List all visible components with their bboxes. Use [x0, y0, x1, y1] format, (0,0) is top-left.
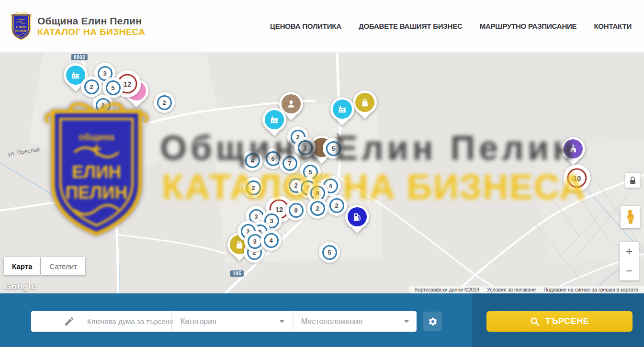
search-button-label: ТЪРСЕНЕ: [545, 316, 589, 326]
cluster-marker[interactable]: 2: [81, 76, 102, 97]
church-pin-marker[interactable]: [561, 137, 585, 161]
category-select-label: Категория: [181, 317, 216, 326]
attribution-report-error-link[interactable]: Подаване на сигнал за грешка в картата: [540, 287, 642, 292]
factory-pin-marker[interactable]: [330, 97, 354, 121]
municipality-crest-icon: [10, 12, 33, 41]
cluster-marker[interactable]: 5: [319, 242, 340, 263]
cluster-marker[interactable]: 4: [242, 150, 263, 171]
road-shield: 6002: [71, 54, 88, 60]
map-attribution: Картографски данни ©2019 Условия за полз…: [409, 286, 644, 293]
gear-icon: [428, 317, 438, 326]
cluster-marker[interactable]: 5: [323, 138, 344, 159]
cluster-marker[interactable]: 8: [285, 200, 306, 221]
location-select[interactable]: Местоположение: [293, 311, 417, 332]
cluster-marker[interactable]: 2: [154, 92, 175, 113]
zoom-control: + −: [620, 242, 639, 280]
fuel-pin-marker[interactable]: [345, 205, 369, 229]
advanced-settings-button[interactable]: [423, 312, 442, 331]
chevron-down-icon: [404, 320, 409, 323]
cluster-marker[interactable]: 4: [260, 230, 282, 251]
cluster-marker[interactable]: 2: [243, 177, 264, 198]
lock-button[interactable]: [625, 173, 640, 188]
zoom-out-button[interactable]: −: [620, 261, 639, 280]
cluster-marker[interactable]: 2: [92, 95, 113, 116]
category-select[interactable]: Категория: [171, 311, 293, 332]
site-logo[interactable]: Община Елин Пелин КАТАЛОГ НА БИЗНЕСА: [10, 12, 145, 41]
cluster-marker[interactable]: 10: [564, 165, 591, 192]
site-header: Община Елин Пелин КАТАЛОГ НА БИЗНЕСА ЦЕН…: [0, 0, 644, 53]
street-view-pegman-button[interactable]: [621, 206, 640, 228]
pencil-icon: [64, 316, 75, 327]
attribution-copyright: Картографски данни ©2019: [411, 287, 483, 292]
nav-route-schedule[interactable]: МАРШРУТНО РАЗПИСАНИЕ: [480, 22, 577, 30]
search-bar: Категория Местоположение ТЪРСЕНЕ: [0, 293, 644, 347]
search-fields-group: Категория Местоположение: [31, 311, 417, 332]
chevron-down-icon: [280, 320, 284, 323]
search-icon: [530, 317, 540, 326]
cluster-marker[interactable]: 2: [326, 195, 347, 216]
map-type-control: Карта Сателит: [4, 257, 85, 275]
search-button[interactable]: ТЪРСЕНЕ: [486, 311, 633, 332]
bag-pin-marker[interactable]: [353, 90, 377, 114]
nav-pricing-policy[interactable]: ЦЕНОВА ПОЛИТИКА: [270, 22, 341, 30]
google-logo[interactable]: Google: [4, 281, 36, 292]
google-map[interactable]: 6002105ул. Преславбул. „Новоселци" 31225…: [0, 53, 644, 293]
nav-contacts[interactable]: КОНТАКТИ: [594, 22, 632, 30]
road-shield: 105: [230, 270, 244, 277]
main-nav: ЦЕНОВА ПОЛИТИКА ДОБАВЕТЕ ВАШИЯТ БИЗНЕС М…: [270, 22, 632, 30]
lock-icon: [630, 177, 636, 184]
keyword-field-section: [31, 311, 171, 332]
keyword-search-input[interactable]: [87, 317, 176, 325]
map-type-satellite-button[interactable]: Сателит: [41, 257, 85, 275]
site-title: Община Елин Пелин: [37, 15, 145, 27]
location-select-label: Местоположение: [301, 317, 362, 326]
attribution-terms-link[interactable]: Условия за ползване: [483, 287, 540, 292]
map-type-map-button[interactable]: Карта: [4, 257, 40, 275]
nav-add-your-business[interactable]: ДОБАВЕТЕ ВАШИЯТ БИЗНЕС: [359, 22, 463, 30]
zoom-in-button[interactable]: +: [620, 242, 639, 261]
pegman-icon: [625, 210, 635, 224]
cluster-marker[interactable]: 3: [294, 137, 316, 158]
cluster-marker[interactable]: 2: [307, 198, 328, 219]
site-subtitle: КАТАЛОГ НА БИЗНЕСА: [37, 27, 145, 37]
factory-pin-marker[interactable]: [262, 108, 286, 132]
cluster-marker[interactable]: 7: [279, 153, 300, 174]
